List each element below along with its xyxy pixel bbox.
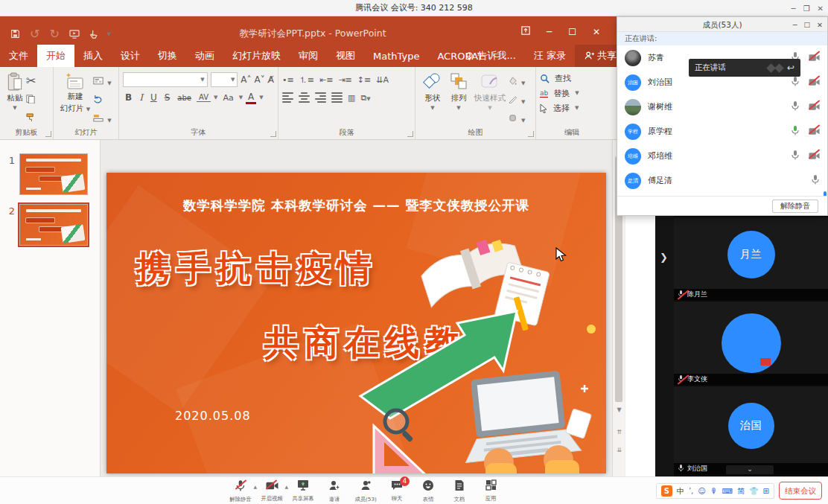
tab-transitions[interactable]: 切换 — [149, 45, 186, 67]
account-name[interactable]: 汪 家录 — [525, 45, 575, 67]
columns-icon[interactable]: ▥ — [348, 93, 355, 103]
ppt-close-icon[interactable]: ✕ — [593, 27, 600, 37]
start-video-button[interactable]: 开启视频 ▲ — [256, 479, 287, 503]
members-button[interactable]: 成员(53) — [350, 479, 381, 503]
increase-indent-icon[interactable]: ⇥≡ — [338, 75, 351, 85]
member-row[interactable]: 谢树维 — [617, 95, 827, 119]
strikethrough-button[interactable]: abe — [175, 94, 194, 102]
decrease-indent-icon[interactable]: ⇤≡ — [319, 75, 333, 85]
video-tile[interactable]: 月兰 陈月兰 — [674, 217, 828, 300]
mic-icon[interactable] — [791, 75, 800, 89]
clipboard-dialog-launcher[interactable] — [45, 131, 51, 137]
paste-button[interactable]: 粘贴 ▼ — [4, 71, 26, 124]
tab-home[interactable]: 开始 — [37, 45, 74, 67]
slide-2-preview[interactable] — [19, 204, 88, 246]
drawing-dialog-launcher[interactable] — [528, 131, 534, 137]
camera-off-icon[interactable] — [809, 124, 820, 138]
tab-review[interactable]: 审阅 — [290, 45, 327, 67]
maximize-icon[interactable]: ❐ — [803, 4, 810, 13]
justify-icon[interactable] — [331, 91, 343, 104]
shape-outline-icon[interactable]: ▼ — [509, 92, 525, 106]
ppt-minimize-icon[interactable]: ─ — [547, 27, 552, 37]
video-tile[interactable]: 治国 刘治国 ⌄ — [674, 386, 828, 474]
next-slide-icon[interactable]: ⇊ — [613, 447, 625, 453]
chat-button[interactable]: 聊天 4 — [381, 479, 413, 503]
numbering-icon[interactable]: ⒈≡ — [299, 74, 314, 86]
member-row[interactable]: 学程 原学程 — [617, 119, 827, 144]
mic-icon[interactable] — [791, 100, 800, 114]
member-row[interactable]: 培维 邓培维 — [617, 144, 827, 168]
chinese-mode-icon[interactable]: 中 — [677, 486, 684, 497]
apps-button[interactable]: 应用 — [475, 479, 506, 503]
font-dialog-launcher[interactable] — [270, 131, 276, 137]
tab-insert[interactable]: 插入 — [74, 45, 112, 67]
start-slideshow-icon[interactable] — [69, 30, 80, 39]
end-meeting-button[interactable]: 结束会议 — [779, 482, 822, 500]
find-button[interactable]: 查找 — [540, 71, 604, 86]
minimize-icon[interactable]: ─ — [792, 4, 796, 13]
slide-thumbnail-2[interactable]: 2 — [6, 204, 88, 246]
scroll-down-icon[interactable]: ▼ — [613, 406, 625, 413]
paragraph-dialog-launcher[interactable] — [407, 131, 413, 137]
font-color-button[interactable]: A — [246, 92, 256, 104]
camera-off-icon[interactable] — [809, 100, 820, 114]
close-icon[interactable]: ✕ — [818, 4, 824, 13]
invite-button[interactable]: 邀请 — [319, 479, 350, 503]
reset-icon[interactable] — [93, 92, 111, 106]
camera-off-icon[interactable] — [809, 51, 820, 65]
cut-icon[interactable]: ✂ — [26, 74, 36, 88]
line-spacing-icon[interactable]: ↕≡ — [357, 75, 371, 85]
unmute-toolbar-button[interactable]: 解除静音 ▲ — [225, 479, 256, 503]
undo-icon[interactable]: ↺ — [30, 27, 39, 41]
punctuation-icon[interactable]: ’, — [689, 487, 693, 495]
text-direction-icon[interactable]: ⇊A — [376, 75, 389, 85]
emoji-tray-icon[interactable]: ☺ — [698, 487, 705, 495]
layout-icon[interactable]: ▼ — [93, 74, 111, 88]
mic-active-icon[interactable] — [791, 124, 800, 138]
align-center-icon[interactable] — [299, 91, 310, 104]
keyboard-tray-icon[interactable]: ⌨ — [722, 487, 733, 495]
mic-tray-icon[interactable]: 🎙 — [710, 487, 718, 495]
video-tile[interactable]: 李文侠 — [674, 302, 828, 385]
char-spacing-button[interactable]: AV — [197, 93, 211, 102]
shapes-button[interactable]: 形状▼ — [419, 71, 446, 124]
italic-button[interactable]: I — [137, 92, 145, 103]
camera-off-icon[interactable] — [809, 149, 820, 163]
arrange-button[interactable]: 排列▼ — [446, 71, 471, 124]
shadow-button[interactable]: S — [162, 92, 173, 103]
member-row[interactable]: 足清 傅足清 — [617, 168, 827, 193]
sogou-logo-icon[interactable]: S — [661, 485, 672, 497]
format-painter-icon[interactable] — [26, 111, 36, 125]
slide-thumbnail-1[interactable]: 1 — [6, 153, 88, 195]
replace-button[interactable]: ab 替换▼ — [540, 86, 604, 101]
reactions-button[interactable]: 表情 — [413, 479, 444, 503]
smartart-icon[interactable]: ⧉▼ — [360, 93, 370, 103]
skin-icon[interactable]: 👕 — [749, 487, 758, 495]
members-minimize-icon[interactable]: ─ — [793, 21, 797, 29]
quick-styles-button[interactable]: 快速样式▼ — [471, 71, 509, 124]
mic-icon[interactable] — [791, 149, 800, 163]
tooltip-back-icon[interactable]: ↩ — [787, 63, 794, 73]
docs-button[interactable]: 文档 — [444, 479, 475, 503]
bullets-icon[interactable]: •≡ — [282, 75, 294, 85]
align-right-icon[interactable] — [315, 91, 326, 104]
select-button[interactable]: 选择▼ — [540, 101, 604, 115]
shape-effects-icon[interactable]: ▼ — [509, 111, 525, 125]
slide[interactable]: 数学科学学院 本科教学研讨会 —— 暨李文侠教授公开课 携手抗击疫情 共商在线教… — [106, 173, 606, 473]
tell-me-box[interactable]: 告诉我... — [456, 45, 524, 67]
previous-slide-icon[interactable]: ⇈ — [613, 429, 625, 436]
camera-off-icon[interactable] — [809, 75, 820, 89]
redo-icon[interactable]: ↻ — [49, 27, 59, 41]
align-left-icon[interactable] — [282, 91, 293, 104]
tab-design[interactable]: 设计 — [112, 45, 149, 67]
qat-dropdown-icon[interactable]: ▼ — [107, 31, 111, 37]
bold-button[interactable]: B — [123, 92, 134, 103]
collapse-strip-icon[interactable]: ⌄ — [726, 465, 774, 474]
tab-mathtype[interactable]: MathType — [364, 45, 428, 67]
members-close-icon[interactable]: ✕ — [817, 21, 823, 29]
font-size-combo[interactable]: ▼ — [211, 72, 238, 87]
touch-mode-icon[interactable] — [89, 30, 98, 39]
unmute-button[interactable]: 解除静音 — [772, 200, 818, 213]
mic-icon[interactable] — [811, 173, 820, 188]
change-case-button[interactable]: Aa — [220, 93, 235, 103]
